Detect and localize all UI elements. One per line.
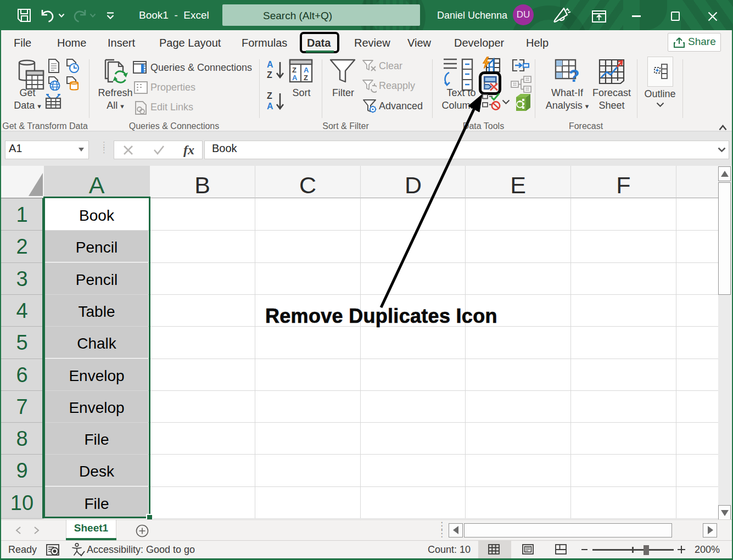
svg-text:Z: Z <box>267 91 272 100</box>
svg-text:A: A <box>267 60 273 69</box>
svg-text:Z: Z <box>304 74 308 82</box>
svg-text:A: A <box>304 66 309 74</box>
svg-text:Z: Z <box>292 66 296 74</box>
svg-text:?: ? <box>569 66 580 84</box>
svg-text:A: A <box>267 102 273 111</box>
svg-text:A: A <box>292 74 298 82</box>
svg-text:Z: Z <box>267 70 272 80</box>
